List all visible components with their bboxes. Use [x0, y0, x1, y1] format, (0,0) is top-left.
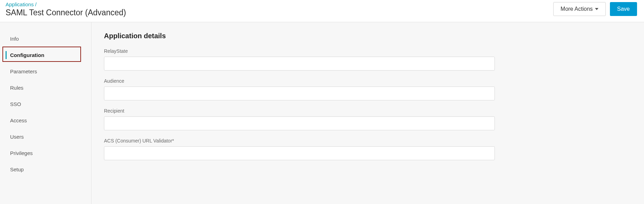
- breadcrumb-sep: /: [35, 1, 37, 7]
- sidebar-item-parameters[interactable]: Parameters: [0, 63, 91, 80]
- sidebar-item-configuration[interactable]: Configuration: [0, 47, 91, 63]
- sidebar-item-label: Parameters: [10, 68, 37, 74]
- body: Info Configuration Parameters Rules SSO …: [0, 22, 644, 204]
- input-wrap: [104, 87, 495, 100]
- sidebar-item-sso[interactable]: SSO: [0, 96, 91, 112]
- recipient-input[interactable]: [104, 116, 495, 130]
- field-label: RelayState: [104, 48, 630, 54]
- sidebar-item-label: Users: [10, 134, 24, 140]
- field-label: Recipient: [104, 108, 630, 114]
- breadcrumb: Applications /: [6, 1, 126, 7]
- sidebar-item-label: Info: [10, 36, 19, 42]
- audience-input[interactable]: [104, 87, 495, 100]
- header: Applications / SAML Test Connector (Adva…: [0, 0, 644, 22]
- sidebar-item-label: Configuration: [10, 52, 44, 58]
- sidebar-item-label: Rules: [10, 85, 23, 91]
- field-relaystate: RelayState: [104, 48, 630, 71]
- header-actions: More Actions Save: [553, 1, 637, 16]
- sidebar-item-access[interactable]: Access: [0, 112, 91, 129]
- field-audience: Audience: [104, 78, 630, 100]
- main-content: Application details RelayState Audience …: [91, 22, 644, 204]
- more-actions-label: More Actions: [561, 6, 593, 12]
- sidebar-item-label: Access: [10, 117, 27, 123]
- input-wrap: [104, 146, 495, 160]
- sidebar: Info Configuration Parameters Rules SSO …: [0, 22, 91, 204]
- save-button[interactable]: Save: [610, 2, 637, 16]
- sidebar-item-label: SSO: [10, 101, 21, 107]
- sidebar-item-setup[interactable]: Setup: [0, 161, 91, 178]
- page-title: SAML Test Connector (Advanced): [6, 8, 126, 17]
- chevron-down-icon: [595, 8, 598, 10]
- sidebar-item-privileges[interactable]: Privileges: [0, 145, 91, 161]
- sidebar-item-label: Privileges: [10, 150, 33, 156]
- section-title: Application details: [104, 32, 630, 40]
- field-acs-validator: ACS (Consumer) URL Validator*: [104, 138, 630, 160]
- more-actions-button[interactable]: More Actions: [553, 2, 605, 16]
- save-label: Save: [617, 6, 630, 12]
- sidebar-item-info[interactable]: Info: [0, 31, 91, 47]
- input-wrap: [104, 116, 495, 130]
- acs-validator-input[interactable]: [104, 146, 495, 160]
- field-label: Audience: [104, 78, 630, 84]
- breadcrumb-root-link[interactable]: Applications: [6, 1, 34, 7]
- sidebar-item-rules[interactable]: Rules: [0, 80, 91, 96]
- sidebar-item-users[interactable]: Users: [0, 129, 91, 145]
- relaystate-input[interactable]: [104, 57, 495, 71]
- input-wrap: [104, 57, 495, 71]
- field-label: ACS (Consumer) URL Validator*: [104, 138, 630, 144]
- sidebar-item-label: Setup: [10, 166, 24, 172]
- field-recipient: Recipient: [104, 108, 630, 130]
- header-left: Applications / SAML Test Connector (Adva…: [6, 1, 126, 17]
